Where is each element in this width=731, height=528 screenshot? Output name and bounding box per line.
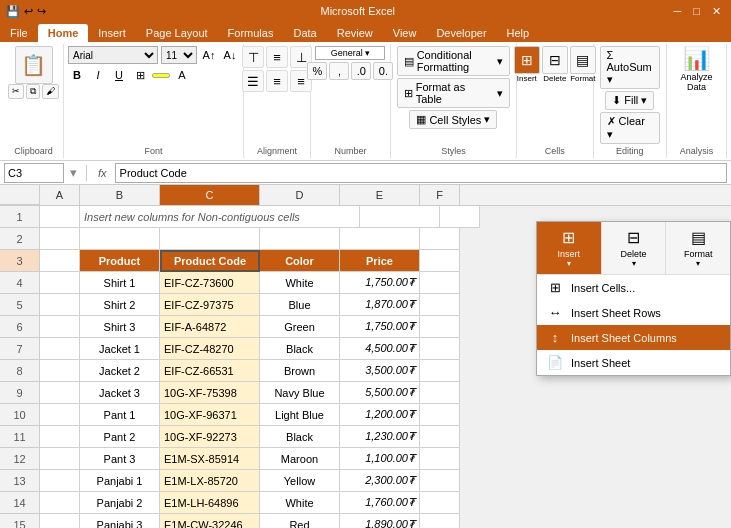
paste-button[interactable]: 📋 xyxy=(15,46,53,84)
cell-c2[interactable] xyxy=(160,228,260,250)
tab-review[interactable]: Review xyxy=(327,24,383,42)
row-header-7[interactable]: 7 xyxy=(0,338,40,360)
minimize-button[interactable]: ─ xyxy=(670,5,686,18)
row-header-13[interactable]: 13 xyxy=(0,470,40,492)
dropdown-header: ⊞ Insert ▾ ⊟ Delete ▾ ▤ Format ▾ xyxy=(537,222,730,275)
divider xyxy=(86,165,87,181)
insert-sheet-rows-item[interactable]: ↔ Insert Sheet Rows xyxy=(537,300,730,325)
align-middle-button[interactable]: ≡ xyxy=(266,46,288,68)
cell-c3[interactable]: Product Code xyxy=(160,250,260,272)
row-header-6[interactable]: 6 xyxy=(0,316,40,338)
dropdown-insert-button[interactable]: ⊞ Insert ▾ xyxy=(537,222,602,274)
cell-styles-button[interactable]: ▦ Cell Styles ▾ xyxy=(409,110,497,129)
col-header-f[interactable]: F xyxy=(420,185,460,205)
conditional-formatting-button[interactable]: ▤ Conditional Formatting ▾ xyxy=(397,46,510,76)
fill-color-button[interactable] xyxy=(152,73,170,78)
col-header-e[interactable]: E xyxy=(340,185,420,205)
cell-f1[interactable] xyxy=(440,206,480,228)
cell-a1[interactable] xyxy=(40,206,80,228)
insert-sheet-icon: 📄 xyxy=(547,355,563,370)
row-header-10[interactable]: 10 xyxy=(0,404,40,426)
cell-e3[interactable]: Price xyxy=(340,250,420,272)
tab-view[interactable]: View xyxy=(383,24,427,42)
align-top-button[interactable]: ⊤ xyxy=(242,46,264,68)
dropdown-delete-button[interactable]: ⊟ Delete ▾ xyxy=(602,222,667,274)
row-header-1[interactable]: 1 xyxy=(0,206,40,228)
undo-icon[interactable]: ↩ xyxy=(24,5,33,18)
clear-button[interactable]: ✗ Clear ▾ xyxy=(600,112,660,144)
row-header-5[interactable]: 5 xyxy=(0,294,40,316)
number-format-select[interactable]: General ▾ xyxy=(315,46,385,60)
col-header-a[interactable]: A xyxy=(40,185,80,205)
editing-label: Editing xyxy=(616,144,644,156)
increase-decimal-button[interactable]: .0 xyxy=(351,62,371,80)
sum-button[interactable]: Σ AutoSum ▾ xyxy=(600,46,660,89)
col-header-b[interactable]: B xyxy=(80,185,160,205)
fill-button[interactable]: ⬇ Fill ▾ xyxy=(605,91,654,110)
close-button[interactable]: ✕ xyxy=(708,5,725,18)
insert-cells-item[interactable]: ⊞ Insert Cells... xyxy=(537,275,730,300)
col-header-d[interactable]: D xyxy=(260,185,340,205)
maximize-button[interactable]: □ xyxy=(689,5,704,18)
cell-e2[interactable] xyxy=(340,228,420,250)
formula-input[interactable] xyxy=(115,163,727,183)
analyze-data-button[interactable]: 📊 Analyze Data xyxy=(680,46,712,92)
row-header-9[interactable]: 9 xyxy=(0,382,40,404)
cell-d3[interactable]: Color xyxy=(260,250,340,272)
redo-icon[interactable]: ↪ xyxy=(37,5,46,18)
align-left-button[interactable]: ☰ xyxy=(242,70,264,92)
row-header-4[interactable]: 4 xyxy=(0,272,40,294)
row-header-2[interactable]: 2 xyxy=(0,228,40,250)
analysis-group: 📊 Analyze Data Analysis xyxy=(667,44,727,158)
align-center-button[interactable]: ≡ xyxy=(266,70,288,92)
copy-button[interactable]: ⧉ xyxy=(26,84,40,99)
underline-button[interactable]: U xyxy=(110,66,128,84)
border-button[interactable]: ⊞ xyxy=(131,66,149,84)
increase-font-button[interactable]: A↑ xyxy=(200,46,218,64)
comma-button[interactable]: , xyxy=(329,62,349,80)
save-icon[interactable]: 💾 xyxy=(6,5,20,18)
font-name-select[interactable]: Arial xyxy=(68,46,158,64)
tab-data[interactable]: Data xyxy=(283,24,326,42)
tab-home[interactable]: Home xyxy=(38,24,89,42)
italic-button[interactable]: I xyxy=(89,66,107,84)
row-header-8[interactable]: 8 xyxy=(0,360,40,382)
row-header-15[interactable]: 15 xyxy=(0,514,40,528)
row-header-14[interactable]: 14 xyxy=(0,492,40,514)
insert-cells-btn[interactable]: ⊞ Insert xyxy=(514,46,540,83)
cell-b3[interactable]: Product xyxy=(80,250,160,272)
font-size-select[interactable]: 11 xyxy=(161,46,197,64)
cell-b1[interactable]: Insert new columns for Non-contiguous ce… xyxy=(80,206,360,228)
tab-insert[interactable]: Insert xyxy=(88,24,136,42)
tab-page-layout[interactable]: Page Layout xyxy=(136,24,218,42)
bold-button[interactable]: B xyxy=(68,66,86,84)
tab-file[interactable]: File xyxy=(0,24,38,42)
insert-sheet-columns-item[interactable]: ↕ Insert Sheet Columns xyxy=(537,325,730,350)
col-header-c[interactable]: C xyxy=(160,185,260,205)
delete-cells-btn[interactable]: ⊟ Delete xyxy=(542,46,568,83)
cut-button[interactable]: ✂ xyxy=(8,84,24,99)
cell-b2[interactable] xyxy=(80,228,160,250)
format-painter-button[interactable]: 🖌 xyxy=(42,84,59,99)
row-header-11[interactable]: 11 xyxy=(0,426,40,448)
cell-f3[interactable] xyxy=(420,250,460,272)
insert-sheet-item[interactable]: 📄 Insert Sheet xyxy=(537,350,730,375)
format-as-table-button[interactable]: ⊞ Format as Table ▾ xyxy=(397,78,510,108)
cell-reference-input[interactable] xyxy=(4,163,64,183)
tab-formulas[interactable]: Formulas xyxy=(218,24,284,42)
cell-f2[interactable] xyxy=(420,228,460,250)
tab-help[interactable]: Help xyxy=(497,24,540,42)
cell-e1[interactable] xyxy=(360,206,440,228)
font-color-button[interactable]: A xyxy=(173,66,191,84)
row-header-12[interactable]: 12 xyxy=(0,448,40,470)
row-header-3[interactable]: 3 xyxy=(0,250,40,272)
analyze-icon: 📊 xyxy=(683,46,710,72)
decrease-font-button[interactable]: A↓ xyxy=(221,46,239,64)
percent-button[interactable]: % xyxy=(307,62,327,80)
tab-developer[interactable]: Developer xyxy=(426,24,496,42)
cell-a3[interactable] xyxy=(40,250,80,272)
dropdown-format-button[interactable]: ▤ Format ▾ xyxy=(666,222,730,274)
cell-a2[interactable] xyxy=(40,228,80,250)
cell-d2[interactable] xyxy=(260,228,340,250)
format-cells-btn[interactable]: ▤ Format xyxy=(570,46,596,83)
